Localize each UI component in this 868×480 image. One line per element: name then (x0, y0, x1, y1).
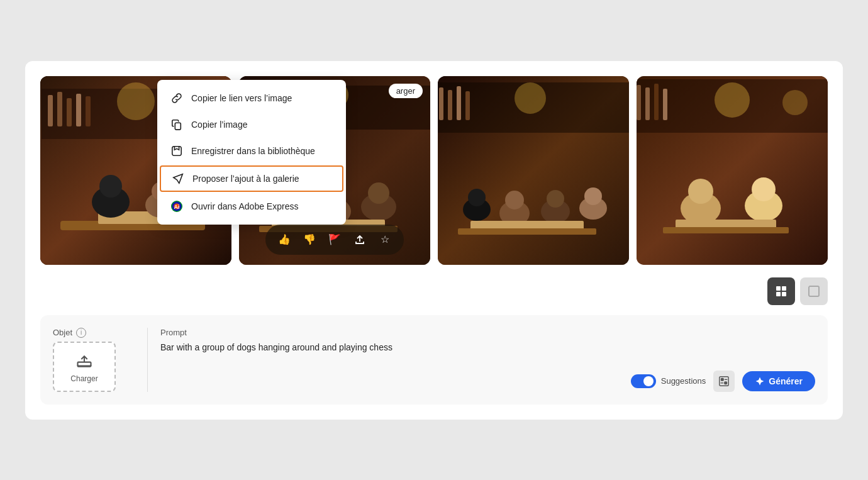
prompt-label: Prompt (160, 328, 815, 337)
svg-rect-49 (637, 85, 641, 120)
svg-point-60 (782, 90, 808, 115)
svg-rect-52 (663, 89, 667, 120)
svg-point-56 (752, 177, 776, 201)
thumbs-up-button[interactable]: 👍 (274, 230, 294, 250)
flag-button[interactable]: 🚩 (325, 230, 345, 250)
vertical-divider (147, 328, 148, 392)
svg-rect-72 (721, 378, 724, 381)
svg-point-41 (547, 190, 564, 208)
svg-rect-67 (776, 292, 781, 296)
adobe-icon: Ai (170, 199, 184, 213)
view-toggle (40, 277, 828, 305)
svg-rect-3 (48, 95, 53, 126)
svg-text:Ai: Ai (174, 204, 180, 210)
single-view-button[interactable] (800, 277, 828, 305)
thumbs-down-button[interactable]: 👎 (299, 230, 320, 250)
menu-item-copy-image[interactable]: Copier l’image (157, 111, 346, 138)
svg-point-14 (117, 82, 155, 120)
upload-label: Charger (70, 374, 97, 383)
object-section: Objet i Charger (53, 328, 135, 392)
svg-rect-65 (776, 286, 781, 291)
prompt-text: Bar with a group of dogs hanging around … (160, 342, 815, 366)
generate-button[interactable]: Générer (742, 371, 815, 391)
bottom-panel: Objet i Charger Prompt Bar with a group … (40, 315, 828, 405)
svg-rect-69 (809, 286, 819, 296)
svg-rect-34 (457, 86, 461, 120)
image-card-3[interactable] (438, 76, 629, 265)
svg-rect-45 (458, 228, 596, 235)
link-icon (170, 91, 184, 105)
prompt-actions: Suggestions Générer (160, 371, 815, 392)
svg-rect-75 (725, 381, 727, 384)
share-button[interactable] (350, 230, 370, 250)
svg-point-43 (584, 187, 602, 205)
svg-rect-7 (86, 96, 91, 126)
svg-rect-35 (465, 91, 470, 120)
svg-rect-32 (439, 87, 443, 120)
upload-box[interactable]: Charger (53, 342, 116, 392)
svg-rect-50 (645, 87, 650, 120)
star-button[interactable]: ☆ (375, 230, 395, 250)
svg-point-37 (468, 189, 486, 206)
svg-rect-5 (67, 98, 72, 126)
menu-item-copy-link[interactable]: Copier le lien vers l’image (157, 85, 346, 111)
svg-rect-70 (78, 362, 91, 366)
suggestions-toggle[interactable] (631, 374, 656, 388)
prompt-section: Prompt Bar with a group of dogs hanging … (160, 328, 815, 392)
svg-rect-71 (720, 376, 728, 385)
svg-point-11 (99, 175, 122, 198)
svg-rect-4 (57, 92, 62, 126)
svg-rect-44 (470, 221, 584, 230)
svg-rect-57 (676, 220, 776, 228)
svg-point-39 (505, 191, 524, 209)
svg-rect-6 (76, 94, 81, 126)
menu-item-save-library[interactable]: Enregistrer dans la bibliothèque (157, 138, 346, 164)
charger-badge: arger (389, 84, 423, 98)
image-action-bar: 👍 👎 🚩 ☆ (265, 225, 404, 255)
main-container: arger 👍 👎 🚩 ☆ (25, 61, 843, 420)
upload-icon (75, 350, 93, 372)
svg-rect-61 (175, 123, 181, 130)
copy-icon (170, 118, 184, 131)
svg-rect-66 (782, 286, 786, 291)
settings-button[interactable] (713, 371, 735, 392)
suggestions-label: Suggestions (661, 376, 706, 386)
image-card-4[interactable] (637, 76, 828, 265)
svg-point-26 (368, 182, 389, 204)
grid-view-button[interactable] (767, 277, 795, 305)
svg-rect-68 (782, 292, 786, 296)
suggestions-toggle-container: Suggestions (631, 374, 706, 388)
info-icon: i (76, 328, 86, 338)
svg-rect-33 (448, 90, 452, 120)
menu-item-propose-gallery[interactable]: Proposer l’ajout à la galerie (160, 165, 343, 192)
menu-item-open-adobe[interactable]: Ai Ouvrir dans Adobe Express (157, 193, 346, 220)
svg-point-54 (688, 179, 713, 204)
svg-point-59 (715, 82, 750, 118)
save-library-icon (170, 144, 184, 158)
svg-point-46 (515, 82, 546, 114)
svg-rect-58 (663, 227, 789, 233)
object-label: Objet i (53, 328, 135, 338)
svg-rect-51 (654, 84, 659, 120)
context-menu: Copier le lien vers l’image Copier l’ima… (157, 80, 346, 225)
send-icon (171, 172, 185, 186)
svg-rect-62 (172, 146, 181, 155)
